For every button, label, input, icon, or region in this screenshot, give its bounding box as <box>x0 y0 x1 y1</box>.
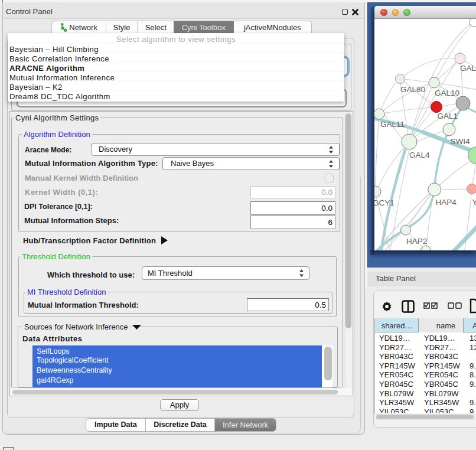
svg-text:GAL80: GAL80 <box>400 85 425 94</box>
svg-text:YM: YM <box>472 198 476 207</box>
svg-text:GAL2: GAL2 <box>460 64 476 73</box>
svg-text:HAP4: HAP4 <box>436 198 457 207</box>
svg-text:GAL1: GAL1 <box>438 112 458 120</box>
svg-text:SWI4: SWI4 <box>451 137 470 146</box>
svg-text:GAL4: GAL4 <box>409 151 430 159</box>
svg-text:GAL11: GAL11 <box>380 120 405 129</box>
svg-text:HAP2: HAP2 <box>406 237 427 246</box>
svg-text:GAL10: GAL10 <box>435 89 459 97</box>
svg-text:GCY1: GCY1 <box>374 198 395 207</box>
